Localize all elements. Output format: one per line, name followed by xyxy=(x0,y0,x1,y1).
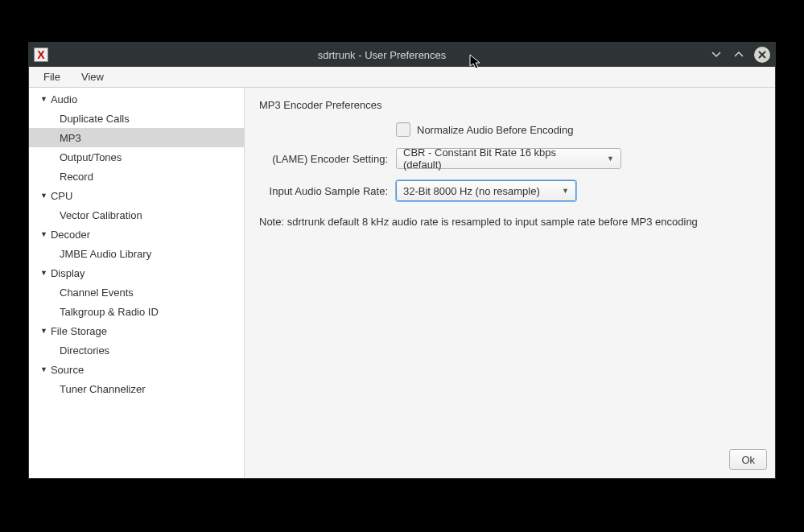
sidebar-item-mp3[interactable]: MP3 xyxy=(29,128,244,147)
chevron-down-icon: ▼ xyxy=(562,187,569,195)
caret-down-icon: ▼ xyxy=(40,327,47,335)
app-icon: X xyxy=(34,47,48,62)
tree-category-label: CPU xyxy=(51,190,72,202)
tree-item-label: Tuner Channelizer xyxy=(60,383,145,395)
tree-item-label: Output/Tones xyxy=(60,151,122,163)
caret-down-icon: ▼ xyxy=(40,230,47,238)
tree-category-label: Audio xyxy=(51,93,77,105)
menu-view[interactable]: View xyxy=(78,69,107,85)
normalize-row: Normalize Audio Before Encoding xyxy=(259,122,761,137)
ok-button-label: Ok xyxy=(741,454,755,466)
content-area: ▼ Audio Duplicate Calls MP3 Output/Tones… xyxy=(29,88,775,478)
tree-item-label: MP3 xyxy=(60,132,81,144)
tree-category-audio[interactable]: ▼ Audio xyxy=(29,89,244,109)
tree-category-decoder[interactable]: ▼ Decoder xyxy=(29,225,244,244)
preferences-window: X sdrtrunk - User Preferences File View … xyxy=(28,42,776,479)
encoder-value: CBR - Constant Bit Rate 16 kbps (default… xyxy=(403,146,592,171)
sidebar-item-directories[interactable]: Directories xyxy=(29,340,244,360)
tree-category-source[interactable]: ▼ Source xyxy=(29,360,244,379)
normalize-label: Normalize Audio Before Encoding xyxy=(417,124,573,136)
sample-rate-label: Input Audio Sample Rate: xyxy=(259,185,396,197)
tree-category-label: Decoder xyxy=(51,229,90,241)
sidebar-item-channel-events[interactable]: Channel Events xyxy=(29,282,244,302)
menubar: File View xyxy=(29,67,775,88)
menu-file[interactable]: File xyxy=(40,69,64,85)
caret-down-icon: ▼ xyxy=(40,192,47,200)
sidebar-item-jmbe-audio-library[interactable]: JMBE Audio Library xyxy=(29,244,244,263)
chevron-up-icon xyxy=(733,49,744,60)
sidebar-item-record[interactable]: Record xyxy=(29,167,244,186)
tree-category-display[interactable]: ▼ Display xyxy=(29,263,244,282)
window-title: sdrtrunk - User Preferences xyxy=(55,49,709,61)
sidebar-item-duplicate-calls[interactable]: Duplicate Calls xyxy=(29,109,244,128)
sample-rate-row: Input Audio Sample Rate: 32-Bit 8000 Hz … xyxy=(259,180,761,201)
maximize-button[interactable] xyxy=(732,47,746,62)
window-controls xyxy=(709,47,770,63)
close-icon xyxy=(758,51,766,59)
encoder-row: (LAME) Encoder Setting: CBR - Constant B… xyxy=(259,148,761,169)
normalize-checkbox[interactable] xyxy=(396,122,410,137)
tree-category-cpu[interactable]: ▼ CPU xyxy=(29,186,244,205)
resample-note: Note: sdrtrunk default 8 kHz audio rate … xyxy=(259,216,761,228)
sidebar-item-talkgroup-radio-id[interactable]: Talkgroup & Radio ID xyxy=(29,302,244,321)
sidebar-item-vector-calibration[interactable]: Vector Calibration xyxy=(29,205,244,225)
tree-item-label: Duplicate Calls xyxy=(60,113,130,125)
tree-item-label: JMBE Audio Library xyxy=(60,248,151,260)
encoder-label: (LAME) Encoder Setting: xyxy=(259,153,396,165)
encoder-setting-dropdown[interactable]: CBR - Constant Bit Rate 16 kbps (default… xyxy=(396,148,621,169)
caret-down-icon: ▼ xyxy=(40,365,47,373)
tree-category-label: File Storage xyxy=(51,325,107,337)
tree-item-label: Vector Calibration xyxy=(60,209,142,221)
tree-item-label: Channel Events xyxy=(60,287,134,299)
sidebar-item-tuner-channelizer[interactable]: Tuner Channelizer xyxy=(29,379,244,398)
sidebar: ▼ Audio Duplicate Calls MP3 Output/Tones… xyxy=(29,88,245,478)
button-bar: Ok xyxy=(729,449,767,470)
caret-down-icon: ▼ xyxy=(40,269,47,277)
sample-rate-dropdown[interactable]: 32-Bit 8000 Hz (no resample) ▼ xyxy=(396,180,576,201)
main-panel: MP3 Encoder Preferences Normalize Audio … xyxy=(245,88,775,478)
tree-item-label: Directories xyxy=(60,344,109,357)
section-title: MP3 Encoder Preferences xyxy=(259,99,761,111)
tree-category-file-storage[interactable]: ▼ File Storage xyxy=(29,321,244,340)
ok-button[interactable]: Ok xyxy=(729,449,767,470)
tree-category-label: Source xyxy=(51,364,84,376)
close-button[interactable] xyxy=(754,47,770,63)
tree-item-label: Record xyxy=(60,171,93,183)
tree-category-label: Display xyxy=(51,267,85,279)
sidebar-item-output-tones[interactable]: Output/Tones xyxy=(29,147,244,167)
sample-rate-value: 32-Bit 8000 Hz (no resample) xyxy=(403,185,547,197)
titlebar: X sdrtrunk - User Preferences xyxy=(29,43,775,67)
minimize-button[interactable] xyxy=(709,47,724,62)
caret-down-icon: ▼ xyxy=(40,95,47,103)
chevron-down-icon: ▼ xyxy=(607,155,614,163)
tree-item-label: Talkgroup & Radio ID xyxy=(60,306,159,318)
chevron-down-icon xyxy=(711,49,722,60)
